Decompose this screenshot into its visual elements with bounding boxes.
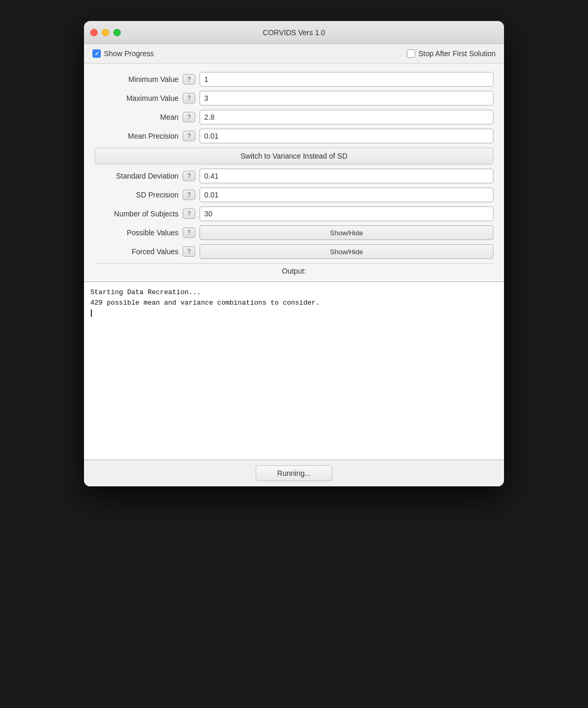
title-bar: CORVIDS Vers 1.0 [84,21,504,44]
running-button[interactable]: Running... [256,465,332,481]
mean-precision-input[interactable] [200,129,494,143]
minimum-value-input[interactable] [200,72,494,87]
minimum-value-label: Minimum Value [94,75,178,84]
top-controls: Show Progress Stop After First Solution [84,44,504,64]
possible-values-button[interactable]: Show/Hide [200,225,494,240]
output-area: Starting Data Recreation... 429 possible… [84,282,504,460]
number-of-subjects-help[interactable]: ? [183,209,195,219]
show-progress-control[interactable]: Show Progress [92,49,154,58]
number-of-subjects-label: Number of Subjects [94,210,178,218]
possible-values-row: Possible Values ? Show/Hide [94,225,494,240]
number-of-subjects-row: Number of Subjects ? [94,206,494,221]
stop-after-label: Stop After First Solution [418,49,496,58]
maximize-button[interactable] [113,29,121,36]
possible-values-label: Possible Values [94,228,178,237]
show-progress-label: Show Progress [104,49,154,58]
stop-after-control[interactable]: Stop After First Solution [407,49,496,58]
show-progress-checkbox[interactable] [92,49,101,58]
output-line-2: 429 possible mean and variance combinati… [90,298,498,308]
standard-deviation-row: Standard Deviation ? [94,169,494,183]
close-button[interactable] [90,29,98,36]
sd-precision-input[interactable] [200,188,494,202]
minimum-value-row: Minimum Value ? [94,72,494,87]
mean-row: Mean ? [94,110,494,124]
standard-deviation-label: Standard Deviation [94,172,178,180]
mean-precision-label: Mean Precision [94,132,178,140]
standard-deviation-input[interactable] [200,169,494,183]
mean-input[interactable] [200,110,494,124]
output-label: Output: [94,263,494,277]
forced-values-row: Forced Values ? Show/Hide [94,244,494,259]
minimize-button[interactable] [102,29,109,36]
switch-variance-button[interactable]: Switch to Variance Instead of SD [94,148,494,164]
forced-values-label: Forced Values [94,247,178,256]
cursor [91,309,92,317]
traffic-lights [90,29,121,36]
maximum-value-input[interactable] [200,91,494,106]
output-cursor-line [90,308,498,318]
stop-after-checkbox[interactable] [407,49,415,58]
maximum-value-label: Maximum Value [94,94,178,102]
mean-label: Mean [94,113,178,121]
bottom-bar: Running... [84,460,504,486]
mean-precision-row: Mean Precision ? [94,129,494,143]
mean-help[interactable]: ? [183,112,195,122]
window-title: CORVIDS Vers 1.0 [263,28,326,37]
sd-precision-row: SD Precision ? [94,188,494,202]
main-window: CORVIDS Vers 1.0 Show Progress Stop Afte… [84,21,504,486]
maximum-value-help[interactable]: ? [183,93,195,103]
minimum-value-help[interactable]: ? [183,74,195,85]
possible-values-help[interactable]: ? [183,227,195,238]
forced-values-help[interactable]: ? [183,246,195,257]
sd-precision-label: SD Precision [94,191,178,199]
number-of-subjects-input[interactable] [200,206,494,221]
sd-precision-help[interactable]: ? [183,190,195,200]
forced-values-button[interactable]: Show/Hide [200,244,494,259]
mean-precision-help[interactable]: ? [183,131,195,141]
output-line-1: Starting Data Recreation... [90,287,498,298]
standard-deviation-help[interactable]: ? [183,171,195,181]
form-area: Minimum Value ? Maximum Value ? Mean ? M… [84,64,504,282]
maximum-value-row: Maximum Value ? [94,91,494,106]
